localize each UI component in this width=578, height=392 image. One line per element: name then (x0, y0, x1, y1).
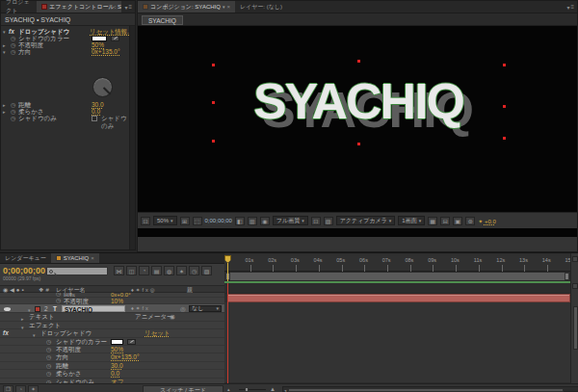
stopwatch-icon[interactable]: ◷ (11, 48, 15, 56)
parent-dropdown[interactable]: なし ▾ (189, 305, 222, 312)
flowchart-icon[interactable]: ⊛ (465, 217, 475, 225)
stopwatch-icon[interactable]: ◷ (11, 115, 15, 122)
label-color-chip[interactable] (35, 306, 40, 312)
selection-handle[interactable] (212, 101, 215, 104)
stopwatch-icon[interactable]: ◷ (46, 362, 51, 370)
selection-handle[interactable] (503, 105, 506, 108)
time-ruler[interactable]: 01s 02s 03s 04s 05s 06s 07s 08s 09s 10s … (224, 255, 570, 272)
mask-visibility-icon[interactable]: ⬚ (193, 217, 202, 225)
graph-editor-icon[interactable]: ▨ (201, 266, 212, 275)
scroll-thumb[interactable] (288, 388, 564, 392)
frame-blend-icon[interactable]: ▤ (151, 266, 162, 275)
tab-composition[interactable]: コンポジション: SYACHIQ ▾ × (138, 1, 235, 13)
prop-value[interactable]: 0x+135.0° (111, 353, 140, 361)
scroll-left-icon[interactable]: ◂ (284, 388, 286, 392)
eyedropper-icon[interactable] (127, 339, 136, 345)
switches-modes-button[interactable]: スイッチ / モード (143, 385, 223, 392)
reset-link[interactable]: リセット (144, 329, 171, 337)
expand-layers-icon[interactable]: ❐ (3, 385, 13, 392)
chevron-down-icon[interactable]: ▾ (223, 4, 225, 10)
work-area-bar[interactable] (224, 272, 570, 281)
selection-handle[interactable] (503, 137, 506, 140)
zoom-knob[interactable] (245, 387, 249, 392)
tab-layer[interactable]: レイヤー: (なし) (235, 1, 287, 13)
stopwatch-icon[interactable]: ◷ (56, 293, 61, 296)
search-input[interactable] (46, 267, 108, 275)
selection-handle[interactable] (503, 64, 506, 66)
comp-marker-bin-icon[interactable] (572, 256, 578, 262)
softness-row[interactable]: ◷ 柔らかさ 0.0 (0, 370, 224, 378)
current-time-display[interactable]: 0;00;00;00 (3, 266, 45, 275)
gutter-icon[interactable] (572, 283, 578, 289)
effects-group-row[interactable]: ▾ エフェクト (0, 322, 224, 329)
selection-handle[interactable] (212, 140, 215, 143)
prop-value[interactable]: 10% (111, 298, 123, 304)
selection-handle[interactable] (212, 64, 215, 66)
timeline-zoom-slider[interactable]: ▴ ▲ (227, 386, 277, 392)
composition-viewer[interactable]: SYACHIQ (138, 26, 577, 237)
comp-mini-flowchart-icon[interactable]: ⋈ (114, 266, 124, 275)
shadow-only-checkbox[interactable] (92, 116, 97, 121)
motion-blur-icon[interactable]: ◍ (164, 266, 174, 275)
fast-preview-icon[interactable]: ⊟ (440, 217, 450, 225)
auto-keyframe-icon[interactable]: ◷ (189, 266, 199, 275)
comp-viewer-tab[interactable]: SYACHIQ (142, 15, 183, 25)
exposure-value[interactable]: +0.0 (485, 219, 496, 224)
direction-value[interactable]: 0x+135.0° (92, 48, 120, 56)
grid-guides-icon[interactable]: ⊞ (180, 217, 190, 225)
layer-row[interactable]: ▾ 2 T SYACHIQ ♦✦fx ◎ なし ▾ (0, 304, 224, 313)
parent-pickwhip-icon[interactable]: ◎ (180, 304, 186, 313)
view-layout-select[interactable]: 1画面 ▾ (398, 216, 425, 225)
transparency-grid-icon[interactable]: ▨ (324, 217, 333, 225)
stopwatch-icon[interactable]: ◷ (56, 298, 61, 304)
tab-timeline-comp[interactable]: SYACHIQ × (51, 253, 99, 263)
tab-effect-controls[interactable]: エフェクトコントロール: SYACHIQ (37, 1, 121, 13)
text-group-row[interactable]: ▸ テキスト アニメーター: ◉ (0, 313, 224, 321)
direction-row[interactable]: ◷ 方向 0x+135.0° (0, 353, 224, 361)
always-preview-icon[interactable]: ⊡ (141, 217, 150, 225)
tab-render-queue[interactable]: レンダーキュー (0, 253, 51, 263)
selection-handle[interactable] (357, 60, 360, 63)
zoom-out-icon[interactable]: ▴ (227, 386, 230, 392)
show-snapshot-icon[interactable]: ▥ (248, 217, 257, 225)
close-icon[interactable]: × (91, 255, 94, 261)
clipped-property-row[interactable]: ◷ 不透明度 10% (0, 298, 224, 304)
view-select[interactable]: アクティブカメラ ▾ (336, 216, 396, 225)
layer-switches[interactable]: ♦✦fx (131, 304, 150, 313)
tab-project[interactable]: プロジェクト (1, 1, 37, 13)
snapshot-icon[interactable]: ◧ (235, 217, 245, 225)
eye-icon[interactable] (4, 307, 11, 311)
resolution-select[interactable]: フル画質 ▾ (273, 216, 308, 225)
shadow-color-row[interactable]: ◷ シャドウのカラー (0, 338, 224, 346)
expand-inout-icon[interactable]: ◔ (15, 385, 26, 392)
stopwatch-icon[interactable]: ◷ (46, 346, 51, 353)
direction-dial[interactable] (92, 77, 113, 97)
region-of-interest-icon[interactable]: ⊡ (311, 217, 321, 225)
stopwatch-icon[interactable]: ◷ (46, 370, 51, 378)
animator-add-icon[interactable]: ◉ (170, 313, 175, 321)
expand-render-icon[interactable]: ✦ (28, 385, 39, 392)
zoom-select[interactable]: 50% ▾ (153, 216, 177, 225)
layer-duration-bar[interactable] (227, 294, 570, 302)
ec-panel-menu[interactable]: ▾ ≡ (121, 1, 135, 13)
brainstorm-icon[interactable]: ✶ (176, 266, 187, 275)
close-icon[interactable]: × (226, 4, 230, 10)
distance-row[interactable]: ◷ 距離 30.0 (0, 362, 224, 370)
selection-handle[interactable] (357, 143, 360, 145)
hide-shy-icon[interactable]: ◔ (139, 266, 149, 275)
work-area-end-handle[interactable] (565, 273, 569, 280)
zoom-track[interactable] (239, 389, 266, 390)
zoom-in-icon[interactable]: ▲ (270, 386, 276, 392)
horizontal-scrollbar[interactable]: ◂ ▸ (282, 386, 578, 392)
prop-value[interactable]: 30.0 (111, 362, 123, 370)
prop-value[interactable]: 0.0 (111, 370, 119, 378)
comp-timecode[interactable]: 0;00;00;00 (205, 218, 232, 223)
vertical-scrollbar[interactable] (573, 306, 578, 350)
layer-name-field[interactable]: SYACHIQ (62, 305, 125, 312)
timeline-button-icon[interactable]: ▣ (453, 217, 462, 225)
exposure-control[interactable]: ✦ +0.0 (478, 218, 496, 224)
draft3d-icon[interactable]: ◫ (126, 266, 137, 275)
comp-panel-menu[interactable]: ▾ ≡ (564, 1, 577, 13)
prop-value[interactable]: 0x+0.0° (111, 293, 131, 297)
prop-value[interactable]: 50% (111, 346, 123, 353)
